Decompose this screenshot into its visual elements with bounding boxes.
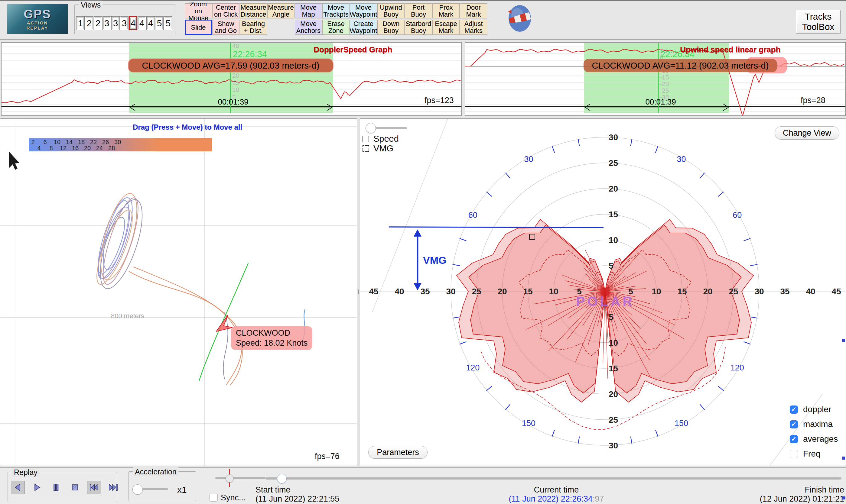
layer-toggle[interactable]: maxima xyxy=(790,419,838,429)
timeline-slider[interactable] xyxy=(265,478,842,480)
go-to-start-button[interactable] xyxy=(87,481,101,494)
play-reverse-button[interactable] xyxy=(11,481,25,494)
view-button[interactable]: 1 xyxy=(76,16,85,30)
parameters-button[interactable]: Parameters xyxy=(368,446,427,459)
scale-tick: 24 xyxy=(93,145,106,152)
pause-button[interactable] xyxy=(49,481,63,494)
acceleration-group-label: Acceleration xyxy=(133,467,178,476)
upwind-speed-graph[interactable]: 100-10-15-20-25-3022:26:3400:01:39 xyxy=(465,42,845,115)
view-button[interactable]: 2 xyxy=(94,16,102,30)
vmg-checkbox[interactable] xyxy=(363,145,369,152)
polar-plot[interactable]: 3030606012012015015045403530252015105510… xyxy=(360,119,846,466)
scale-tick: 4 xyxy=(33,145,45,152)
view-button[interactable]: 4 xyxy=(146,16,155,30)
view-button[interactable]: 5 xyxy=(155,16,163,30)
avg-vmg-label: CLOCKWOOD AVG=11.12 (902.03 meters-d) xyxy=(584,59,777,72)
edge-mark xyxy=(842,339,845,342)
scale-ticks-bottom: 481216202428 xyxy=(33,145,118,152)
main-toolbar: GPS ACTION REPLAY Views 1 2 2 3 3 3 4 4 … xyxy=(0,0,846,40)
toolbar-button[interactable]: Erase Zone xyxy=(322,20,350,35)
panel-splitter[interactable] xyxy=(357,119,360,466)
checkbox-icon[interactable] xyxy=(790,420,798,429)
layer-toggle[interactable]: averages xyxy=(790,434,838,444)
polar-angle-tick xyxy=(718,192,724,196)
toolbar-button[interactable]: Move Map xyxy=(295,3,322,18)
toolbar-button[interactable]: Upwind Buoy xyxy=(377,3,405,18)
layer-toggle[interactable]: doppler xyxy=(790,404,838,414)
toolbar-button[interactable]: Down Buoy xyxy=(377,20,405,35)
map-canvas[interactable] xyxy=(0,119,357,466)
radial-tick-label: 30 xyxy=(754,287,764,296)
radial-tick-label: 25 xyxy=(609,415,618,425)
vmg-toggle[interactable]: VMG xyxy=(363,144,393,154)
toolbar-button[interactable]: Slide xyxy=(185,20,212,35)
toolbar-button[interactable]: Move Trackpts xyxy=(322,3,350,18)
go-to-end-button[interactable] xyxy=(106,481,120,494)
cursor-time-label: 22:26:34 xyxy=(233,49,267,59)
polar-slider-thumb[interactable] xyxy=(366,123,376,133)
toolbar-button[interactable]: Prox Mark xyxy=(433,3,460,18)
radial-tick-label: 20 xyxy=(609,390,618,399)
polar-angle-tick xyxy=(700,404,705,410)
play-reverse-icon xyxy=(14,483,22,492)
toolbar-button[interactable]: Zoom on Mouse xyxy=(185,3,212,18)
checkbox-icon[interactable] xyxy=(790,450,798,458)
scale-tick: 8 xyxy=(45,145,57,152)
trim-thumb[interactable] xyxy=(226,474,234,483)
polar-lobe xyxy=(469,225,605,393)
polar-angle-label: 120 xyxy=(466,363,479,372)
toolbar-button[interactable]: Move Waypoint xyxy=(350,3,377,18)
radial-tick-label: 30 xyxy=(446,287,455,296)
view-button[interactable]: 3 xyxy=(103,16,111,30)
view-button[interactable]: 5 xyxy=(164,16,172,30)
checkbox-icon[interactable] xyxy=(790,406,798,414)
view-button[interactable]: 2 xyxy=(85,16,93,30)
toolbar-button[interactable]: Door Mark xyxy=(460,3,487,18)
toolbar-button[interactable]: Create Waypoint xyxy=(350,20,377,35)
change-view-button[interactable]: Change View xyxy=(775,126,839,140)
toolbar-button[interactable]: Center on Click xyxy=(212,3,240,18)
scale-tick: 20 xyxy=(81,145,93,152)
layer-toggle[interactable]: Freq xyxy=(790,449,838,459)
acceleration-thumb[interactable] xyxy=(133,484,143,494)
checkbox-icon[interactable] xyxy=(790,435,798,443)
polar-angle-label: 60 xyxy=(468,211,477,220)
trim-slider[interactable] xyxy=(215,477,265,479)
polar-opacity-slider[interactable] xyxy=(374,127,407,129)
speed-checkbox[interactable] xyxy=(363,136,369,142)
toolbar-button[interactable]: Measure Angle xyxy=(267,3,295,18)
toolbar-button[interactable]: Show and Go xyxy=(212,20,240,35)
polar-angle-tick xyxy=(655,430,658,437)
polar-angle-tick xyxy=(506,173,510,178)
polar-angle-label: 150 xyxy=(674,419,688,428)
scale-tick: 16 xyxy=(69,145,81,152)
timeline-thumb[interactable] xyxy=(277,474,287,484)
avg-speed-label: CLOCKWOOD AVG=17.59 (902.03 meters-d) xyxy=(128,59,333,72)
view-button[interactable]: 3 xyxy=(111,16,120,30)
play-button[interactable] xyxy=(30,481,44,494)
polar-angle-tick xyxy=(631,139,632,146)
radial-tick-label: 25 xyxy=(472,287,481,296)
map-panel[interactable]: Drag (Press + Move) to Move all 26101418… xyxy=(0,119,357,466)
toolbar-button[interactable]: Adjust Marks xyxy=(460,20,487,35)
doppler-speed-graph[interactable]: 403025201510522:26:3400:01:39 xyxy=(1,42,461,115)
tracks-toolbox-button[interactable]: Tracks ToolBox xyxy=(796,10,841,34)
polar-angle-tick xyxy=(460,238,466,241)
toolbar-button[interactable]: Starbord Buoy xyxy=(405,20,432,35)
current-time-label: Current time xyxy=(465,485,647,494)
toolbar-button[interactable]: Port Buoy xyxy=(405,3,432,18)
sync-checkbox[interactable] xyxy=(209,493,218,502)
toolbar-button[interactable]: Measure Distance xyxy=(240,3,267,18)
view-button[interactable]: 4 xyxy=(138,16,146,30)
acceleration-value: x1 xyxy=(177,485,187,495)
toolbar-button[interactable]: Escape Mark xyxy=(433,20,460,35)
toolbar-button[interactable]: Bearing + Dist. xyxy=(240,20,267,35)
toolbar-button[interactable]: Move Anchors xyxy=(295,20,322,35)
view-button[interactable]: 4 xyxy=(129,16,137,30)
speed-toggle[interactable]: Speed xyxy=(363,134,399,144)
stop-button[interactable] xyxy=(68,481,82,494)
radial-tick-label: 45 xyxy=(831,287,841,296)
view-button[interactable]: 3 xyxy=(120,16,128,30)
vmg-arrow-label: VMG xyxy=(423,254,446,266)
radial-tick-label: 35 xyxy=(780,287,790,296)
